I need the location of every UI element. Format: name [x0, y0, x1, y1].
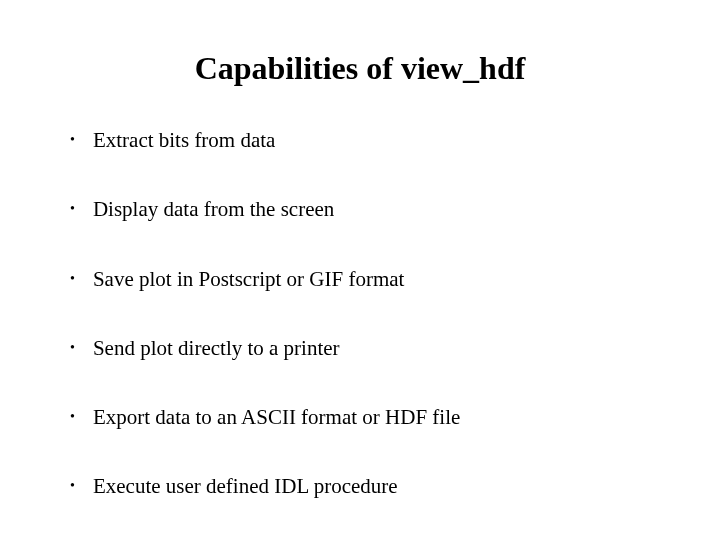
list-item: • Execute user defined IDL procedure	[70, 473, 670, 500]
bullet-list: • Extract bits from data • Display data …	[50, 127, 670, 501]
slide-title: Capabilities of view_hdf	[50, 50, 670, 87]
bullet-icon: •	[70, 404, 75, 429]
bullet-icon: •	[70, 335, 75, 360]
bullet-text: Display data from the screen	[93, 196, 334, 223]
bullet-text: Extract bits from data	[93, 127, 276, 154]
bullet-text: Save plot in Postscript or GIF format	[93, 266, 404, 293]
list-item: • Send plot directly to a printer	[70, 335, 670, 362]
bullet-text: Send plot directly to a printer	[93, 335, 340, 362]
list-item: • Export data to an ASCII format or HDF …	[70, 404, 670, 431]
list-item: • Display data from the screen	[70, 196, 670, 223]
list-item: • Extract bits from data	[70, 127, 670, 154]
bullet-icon: •	[70, 266, 75, 291]
bullet-icon: •	[70, 473, 75, 498]
bullet-icon: •	[70, 127, 75, 152]
bullet-text: Export data to an ASCII format or HDF fi…	[93, 404, 460, 431]
bullet-icon: •	[70, 196, 75, 221]
list-item: • Save plot in Postscript or GIF format	[70, 266, 670, 293]
bullet-text: Execute user defined IDL procedure	[93, 473, 398, 500]
